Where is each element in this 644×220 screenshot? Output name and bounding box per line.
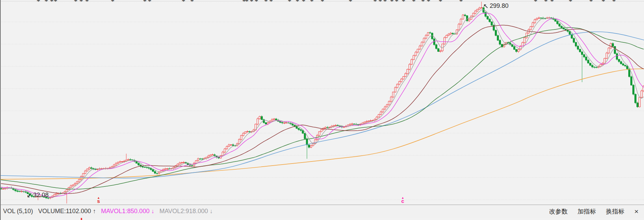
- event-marks-row: ✱✱✱✱✱✱✱✱✱✱✱✱✱✱✱✱✱✱✱✱✱✱✱✱✱✱✱✱✱✱✱✱✱✱✱✱✱✱✱✱…: [0, 0, 644, 3]
- indicator-status-bar: VOL (5,10) VOLUME:1102.000 ↑ MAVOL1:850.…: [0, 205, 644, 218]
- window-left-border: [0, 0, 1, 220]
- mavol1-value: MAVOL1:850.000 ↓: [101, 208, 154, 215]
- event-mark-icon: ✱: [148, 0, 152, 3]
- event-mark-icon: ✱: [302, 0, 306, 3]
- arrow-down-left-icon: ↙: [27, 191, 32, 199]
- indicator-name: VOL (5,10): [3, 208, 33, 215]
- event-mark-icon: ✱: [85, 0, 89, 3]
- event-mark-icon: ✱: [427, 0, 430, 3]
- mavol2-value: MAVOL2:918.000 ↓: [159, 208, 213, 215]
- event-mark-icon: ✱: [296, 0, 299, 3]
- low-price-label: ↙ 32.08: [27, 191, 49, 199]
- event-mark-icon: ✱: [288, 0, 292, 3]
- main-chart-pane[interactable]: ✱✱✱✱✱✱✱✱✱✱✱✱✱✱✱✱✱✱✱✱✱✱✱✱✱✱✱✱✱✱✱✱✱✱✱✱✱✱✱✱…: [0, 0, 644, 205]
- event-mark-icon: ✱: [459, 0, 463, 3]
- event-mark-icon: ✱: [79, 0, 83, 3]
- event-mark-icon: ✱: [143, 0, 147, 3]
- volume-pane-stub: [0, 218, 644, 220]
- change-params-button[interactable]: 改参数: [549, 207, 568, 216]
- volume-value: VOLUME:1102.000 ↑: [38, 208, 96, 215]
- event-mark-icon: ✱: [269, 0, 273, 3]
- event-mark-icon: ✱: [602, 0, 605, 3]
- event-mark-icon: ✱: [421, 0, 425, 3]
- close-indicator-button[interactable]: ×: [634, 208, 639, 215]
- marker-letter: s: [97, 199, 100, 203]
- event-mark-icon: ✱: [544, 0, 548, 3]
- event-mark-icon: ✱: [402, 0, 405, 3]
- event-mark-icon: ✱: [550, 0, 554, 3]
- signal-marker-c: ▲c: [400, 196, 405, 203]
- event-mark-icon: ✱: [612, 0, 616, 3]
- event-mark-icon: ✱: [395, 0, 399, 3]
- event-mark-icon: ✱: [190, 0, 194, 3]
- event-mark-icon: ✱: [264, 0, 268, 3]
- event-mark-icon: ✱: [74, 0, 78, 3]
- low-price-value: 32.08: [33, 192, 49, 199]
- event-mark-icon: ✱: [589, 0, 593, 3]
- event-mark-icon: ✱: [310, 0, 314, 3]
- switch-indicator-button[interactable]: 换指标: [606, 207, 624, 216]
- stock-chart-window: ✱✱✱✱✱✱✱✱✱✱✱✱✱✱✱✱✱✱✱✱✱✱✱✱✱✱✱✱✱✱✱✱✱✱✱✱✱✱✱✱…: [0, 0, 644, 220]
- event-mark-icon: ✱: [255, 0, 258, 3]
- event-mark-icon: ✱: [245, 0, 249, 3]
- event-mark-icon: ✱: [412, 0, 416, 3]
- event-mark-icon: ✱: [250, 0, 254, 3]
- candlestick-chart[interactable]: [0, 0, 644, 205]
- add-indicator-button[interactable]: 加指标: [578, 207, 596, 216]
- event-mark-icon: ✱: [373, 0, 377, 3]
- event-mark-icon: ✱: [321, 0, 324, 3]
- event-mark-icon: ✱: [383, 0, 387, 3]
- event-mark-icon: ✱: [534, 0, 538, 3]
- event-mark-icon: ✱: [54, 0, 57, 3]
- event-mark-icon: ✱: [390, 0, 394, 3]
- event-mark-icon: ✱: [111, 0, 115, 3]
- arrow-up-left-icon: ↖: [483, 2, 489, 10]
- event-mark-icon: ✱: [349, 0, 352, 3]
- high-price-label: ↖ 299.80: [483, 2, 508, 10]
- event-mark-icon: ✱: [44, 0, 48, 3]
- event-mark-icon: ✱: [182, 0, 185, 3]
- event-mark-icon: ✱: [439, 0, 442, 3]
- event-mark-icon: ✱: [37, 0, 40, 3]
- event-mark-icon: ✱: [378, 0, 382, 3]
- event-mark-icon: ✱: [569, 0, 572, 3]
- marker-letter: c: [401, 199, 404, 203]
- signal-marker-s: ▲s: [96, 196, 101, 203]
- high-price-value: 299.80: [490, 2, 508, 10]
- volume-bar-stub: [81, 218, 82, 220]
- event-mark-icon: ✱: [50, 0, 54, 3]
